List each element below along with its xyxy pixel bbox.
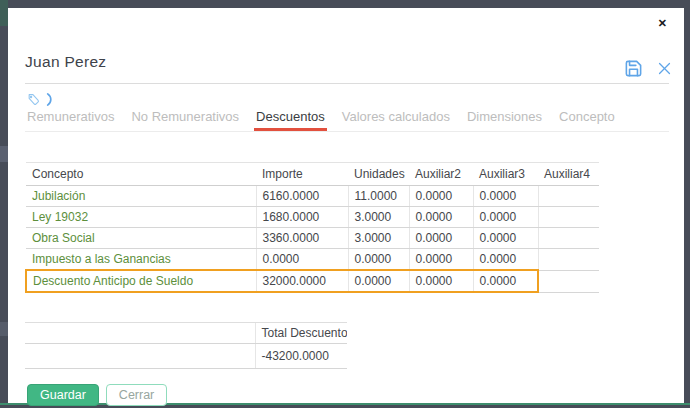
- tab-remunerativos[interactable]: Remunerativos: [25, 106, 116, 131]
- descuentos-table: Concepto Importe Unidades Auxiliar2 Auxi…: [25, 162, 599, 293]
- column-header: Concepto: [26, 163, 256, 186]
- auxiliar2-cell[interactable]: 0.0000: [409, 207, 473, 228]
- totals-label: Total Descuentos: [255, 323, 347, 344]
- concept-link[interactable]: Obra Social: [26, 228, 256, 249]
- auxiliar4-cell[interactable]: [538, 186, 599, 207]
- toolbar-mini-icons: [27, 92, 54, 106]
- cerrar-button[interactable]: Cerrar: [106, 384, 167, 406]
- column-header: Importe: [256, 163, 348, 186]
- backdrop-patch: [0, 322, 8, 336]
- modal-title: Juan Perez: [25, 53, 106, 71]
- auxiliar4-cell[interactable]: [538, 228, 599, 249]
- importe-cell[interactable]: 0.0000: [256, 249, 348, 271]
- importe-cell[interactable]: 6160.0000: [256, 186, 348, 207]
- unidades-cell[interactable]: 3.0000: [348, 228, 409, 249]
- auxiliar3-cell[interactable]: 0.0000: [473, 186, 538, 207]
- concept-link[interactable]: Ley 19032: [26, 207, 256, 228]
- table-row: Impuesto a las Ganancias 0.0000 0.0000 0…: [26, 249, 599, 271]
- backdrop-patch: [0, 146, 8, 162]
- totals-empty-cell: [25, 323, 255, 344]
- table-row: Ley 19032 1680.0000 3.0000 0.0000 0.0000: [26, 207, 599, 228]
- totals-header-row: Total Descuentos: [25, 323, 347, 344]
- tab-dimensiones[interactable]: Dimensiones: [465, 106, 544, 131]
- close-icon[interactable]: [656, 60, 673, 77]
- employee-concepts-modal: ✕ Juan Perez: [8, 8, 684, 403]
- totals-value: -43200.0000: [255, 344, 347, 369]
- auxiliar2-cell[interactable]: 0.0000: [409, 270, 473, 292]
- column-header: Auxiliar2: [409, 163, 473, 186]
- tab-concepto[interactable]: Concepto: [557, 106, 617, 131]
- auxiliar4-cell[interactable]: [538, 270, 599, 292]
- auxiliar3-cell[interactable]: 0.0000: [473, 270, 538, 292]
- tab-no-remunerativos[interactable]: No Remunerativos: [129, 106, 241, 131]
- unidades-cell[interactable]: 0.0000: [348, 249, 409, 271]
- table-row: Obra Social 3360.0000 3.0000 0.0000 0.00…: [26, 228, 599, 249]
- unidades-cell[interactable]: 3.0000: [348, 207, 409, 228]
- tab-descuentos[interactable]: Descuentos: [254, 106, 327, 131]
- totals-value-row: -43200.0000: [25, 344, 347, 369]
- footer-buttons: Guardar Cerrar: [27, 384, 167, 406]
- header-actions: [624, 59, 673, 78]
- importe-cell[interactable]: 1680.0000: [256, 207, 348, 228]
- totals-table: Total Descuentos -43200.0000: [25, 322, 347, 369]
- concept-link[interactable]: Jubilación: [26, 186, 256, 207]
- divider: [25, 83, 669, 84]
- table-row-selected: Descuento Anticipo de Sueldo 32000.0000 …: [26, 270, 599, 292]
- unidades-cell[interactable]: 11.0000: [348, 186, 409, 207]
- auxiliar2-cell[interactable]: 0.0000: [409, 228, 473, 249]
- tab-valores-calculados[interactable]: Valores calculados: [340, 106, 452, 131]
- importe-cell[interactable]: 3360.0000: [256, 228, 348, 249]
- save-icon[interactable]: [624, 59, 643, 78]
- column-header: Unidades: [348, 163, 409, 186]
- chevron-right-icon[interactable]: [46, 93, 54, 106]
- auxiliar3-cell[interactable]: 0.0000: [473, 228, 538, 249]
- column-header: Auxiliar3: [473, 163, 538, 186]
- column-header: Auxiliar4: [538, 163, 599, 186]
- tag-icon[interactable]: [27, 93, 40, 106]
- auxiliar3-cell[interactable]: 0.0000: [473, 249, 538, 271]
- auxiliar4-cell[interactable]: [538, 249, 599, 271]
- dialog-close-icon[interactable]: ✕: [658, 18, 667, 29]
- importe-cell[interactable]: 32000.0000: [256, 270, 348, 292]
- concept-link[interactable]: Impuesto a las Ganancias: [26, 249, 256, 271]
- auxiliar4-cell[interactable]: [538, 207, 599, 228]
- backdrop-patch: [0, 0, 8, 26]
- tab-bar: Remunerativos No Remunerativos Descuento…: [25, 106, 669, 132]
- guardar-button[interactable]: Guardar: [27, 384, 99, 406]
- auxiliar2-cell[interactable]: 0.0000: [409, 186, 473, 207]
- concept-link[interactable]: Descuento Anticipo de Sueldo: [26, 270, 256, 292]
- auxiliar2-cell[interactable]: 0.0000: [409, 249, 473, 271]
- table-header-row: Concepto Importe Unidades Auxiliar2 Auxi…: [26, 163, 599, 186]
- unidades-cell[interactable]: 0.0000: [348, 270, 409, 292]
- auxiliar3-cell[interactable]: 0.0000: [473, 207, 538, 228]
- table-row: Jubilación 6160.0000 11.0000 0.0000 0.00…: [26, 186, 599, 207]
- totals-empty-cell: [25, 344, 255, 369]
